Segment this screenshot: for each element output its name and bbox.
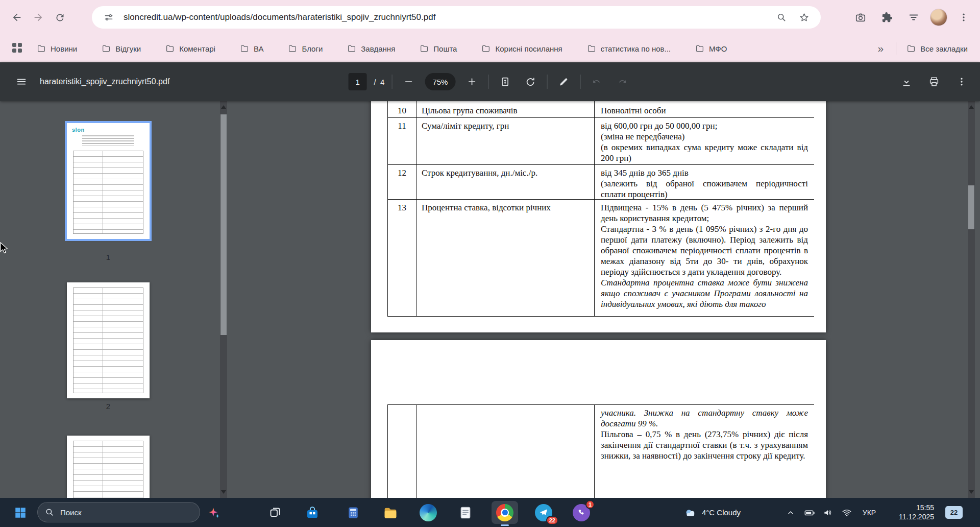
undo-icon[interactable] [587, 73, 606, 91]
page-thumbnail-2[interactable] [67, 282, 150, 398]
hidden-icons-chevron-icon[interactable] [781, 501, 800, 523]
reload-icon[interactable] [49, 7, 70, 28]
toolbar-divider [547, 75, 547, 89]
copilot-sparkle-icon[interactable] [203, 501, 225, 523]
table-row: 11 Сума/ліміт кредиту, грн від 600,00 гр… [388, 118, 814, 165]
page-number-input[interactable]: 1 [349, 73, 367, 90]
row-name [416, 405, 595, 498]
annotate-pen-icon[interactable] [554, 73, 573, 91]
start-button[interactable] [9, 501, 32, 523]
download-icon[interactable] [897, 73, 916, 91]
row-name: Сума/ліміт кредиту, грн [416, 118, 595, 164]
bookmark-label: Завдання [361, 44, 395, 53]
file-explorer-app-icon[interactable] [379, 501, 402, 523]
fit-page-icon[interactable] [496, 73, 514, 91]
browser-toolbar: sloncredit.ua/wp-content/uploads/documen… [0, 0, 980, 35]
pdf-menu-icon[interactable] [12, 73, 31, 91]
search-label: Поиск [60, 508, 82, 517]
page-thumbnail-1[interactable]: slon [67, 123, 150, 239]
taskbar-clock[interactable]: 15:55 11.12.2025 [883, 503, 934, 521]
viber-app-icon[interactable]: 1 [570, 501, 593, 523]
bookmark-label: Коментарі [179, 44, 215, 53]
site-settings-icon[interactable] [101, 10, 116, 25]
bookmark-label: Блоги [302, 44, 323, 53]
row-name: Строк кредитування, дн./міс./р. [416, 165, 595, 199]
notepad-app-icon[interactable] [454, 501, 477, 523]
rotate-icon[interactable] [521, 73, 540, 91]
bookmark-item[interactable]: Коментарі [165, 44, 215, 53]
row-value: від 345 днів до 365 днів (залежить від о… [595, 165, 814, 199]
extensions-puzzle-icon[interactable] [877, 7, 897, 28]
language-indicator[interactable]: УКР [859, 501, 880, 523]
forward-icon[interactable] [28, 7, 49, 28]
screen: sloncredit.ua/wp-content/uploads/documen… [0, 0, 980, 527]
extension-filter-icon[interactable] [903, 7, 924, 28]
bookmarks-overflow-chevron-icon[interactable]: » [876, 42, 886, 55]
profile-avatar[interactable] [930, 9, 947, 26]
document-scrollbar[interactable] [968, 101, 975, 498]
network-wifi-icon[interactable] [838, 501, 856, 523]
calculator-app-icon[interactable] [342, 501, 364, 523]
bookmarks-divider [896, 42, 896, 55]
bookmark-label: Пошта [433, 44, 457, 53]
battery-icon[interactable] [800, 501, 819, 523]
scroll-down-arrow-icon[interactable] [221, 490, 226, 494]
search-icon [45, 508, 54, 517]
mouse-cursor [0, 242, 9, 254]
pdf-toolbar-right [897, 73, 971, 91]
bookmark-item[interactable]: МФО [695, 44, 727, 53]
taskbar-weather[interactable]: 4°C Cloudy [684, 498, 741, 527]
browser-menu-kebab-icon[interactable] [953, 7, 974, 28]
bookmark-item[interactable]: Блоги [288, 44, 323, 53]
scroll-up-arrow-icon[interactable] [221, 105, 226, 109]
apps-grid-icon[interactable] [12, 43, 23, 54]
page-thumbnail-3[interactable] [67, 436, 150, 498]
row-value: від 600,00 грн до 50 000,00 грн; (зміна … [595, 118, 814, 164]
zoom-in-icon[interactable] [462, 73, 481, 91]
row-number [388, 405, 416, 498]
thumbnail-table [73, 441, 143, 498]
bookmark-item[interactable]: Новини [37, 44, 77, 53]
row-name: Цільова група споживачів [416, 101, 595, 117]
address-bar[interactable]: sloncredit.ua/wp-content/uploads/documen… [92, 6, 821, 29]
camera-icon[interactable] [850, 7, 871, 28]
viber-badge: 1 [585, 500, 595, 509]
thumbnails-scrollbar[interactable] [220, 101, 227, 498]
chrome-app-icon[interactable] [494, 501, 516, 523]
pdf-controls: 1 / 4 75% [349, 73, 632, 91]
bookmark-item[interactable]: Відгуки [102, 44, 141, 53]
print-icon[interactable] [925, 73, 943, 91]
table-row: 10 Цільова група споживачів Повнолітні о… [388, 101, 814, 118]
notification-count-badge[interactable]: 22 [945, 506, 963, 519]
bookmark-item[interactable]: статистика по нов... [587, 44, 671, 53]
bookmark-item[interactable]: Корисні посилання [481, 44, 562, 53]
redo-icon[interactable] [613, 73, 631, 91]
back-icon[interactable] [6, 7, 28, 28]
speaker-icon[interactable] [819, 501, 837, 523]
bookmark-star-icon[interactable] [796, 10, 812, 25]
task-view-icon[interactable] [264, 501, 286, 523]
bookmark-label: МФО [709, 44, 727, 53]
zoom-indicator-icon[interactable] [774, 10, 789, 25]
table-row: 13 Процентна ставка, відсотки річних Під… [388, 200, 814, 317]
bookmark-item[interactable]: Пошта [420, 44, 457, 53]
edge-app-icon[interactable] [417, 501, 439, 523]
pdf-more-kebab-icon[interactable] [952, 73, 971, 91]
bookmark-item[interactable]: ВА [240, 44, 264, 53]
document-scrollbar-thumb[interactable] [968, 185, 974, 229]
all-bookmarks-button[interactable]: Все закладки [906, 44, 968, 53]
bookmark-item[interactable]: Завдання [347, 44, 395, 53]
time-label: 15:55 [883, 503, 934, 512]
thumbnail-label: 2 [67, 402, 150, 411]
thumbnail-label: 1 [67, 253, 150, 261]
weather-label: 4°C Cloudy [702, 508, 741, 517]
thumbnails-scrollbar-thumb[interactable] [220, 114, 227, 335]
telegram-app-icon[interactable]: 22 [532, 501, 555, 523]
taskbar-search-box[interactable]: Поиск [37, 502, 200, 522]
thumbnail-header-lines [82, 135, 134, 148]
active-app-indicator [501, 524, 509, 526]
zoom-out-icon[interactable] [399, 73, 418, 91]
scroll-up-arrow-icon[interactable] [969, 105, 974, 109]
store-app-icon[interactable] [301, 501, 324, 523]
scroll-down-arrow-icon[interactable] [969, 490, 974, 494]
